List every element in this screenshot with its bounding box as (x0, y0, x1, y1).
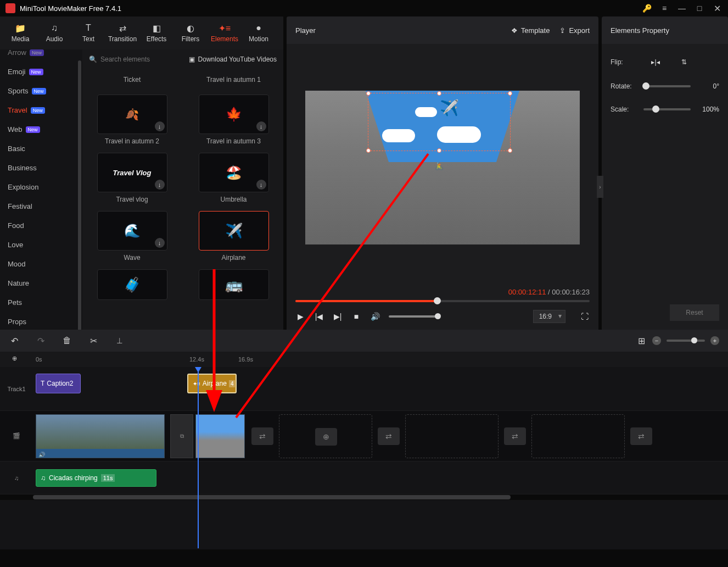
thumb-airplane[interactable]: ✈️ (199, 211, 269, 251)
minimize-button[interactable]: — (676, 3, 687, 14)
timeline-panel: ↶ ↷ 🗑 ✂ ⟂ ⊞ − + ⊕ 0s 12.4s 16.9s Track1 … (0, 330, 728, 549)
video-clip-2[interactable] (195, 414, 245, 458)
tab-effects[interactable]: ◧Effects (139, 18, 173, 48)
zoom-in-button[interactable]: + (710, 336, 719, 345)
download-icon[interactable]: ↓ (256, 180, 266, 190)
tab-motion[interactable]: ●Motion (242, 18, 276, 48)
zoom-out-button[interactable]: − (652, 336, 661, 345)
audio-clip[interactable]: ♫ Cicadas chirping 11s (36, 469, 156, 487)
volume-icon[interactable]: 🔊 (370, 312, 380, 321)
download-icon[interactable]: ↓ (155, 121, 165, 131)
rotate-slider[interactable] (643, 85, 691, 87)
thumb-autumn3[interactable]: 🍁↓ (199, 94, 269, 134)
category-emoji[interactable]: EmojiNew (0, 62, 82, 81)
download-icon[interactable]: ↓ (155, 180, 165, 190)
tab-media[interactable]: 📁Media (3, 18, 37, 48)
download-youtube-button[interactable]: ▣ Download YouTube Videos (189, 55, 277, 63)
app-title: MiniTool MovieMaker Free 7.4.1 (20, 4, 635, 13)
timeline-ruler[interactable]: ⊕ 0s 12.4s 16.9s (0, 352, 728, 367)
scale-value: 100% (696, 105, 719, 113)
category-business[interactable]: Business (0, 158, 82, 177)
delete-button[interactable]: 🗑 (61, 335, 72, 346)
key-icon[interactable]: 🔑 (641, 3, 652, 14)
split-button[interactable]: ✂ (88, 335, 99, 346)
category-props[interactable]: Props (0, 312, 82, 330)
swap-button[interactable]: ⇄ (504, 427, 526, 445)
undo-button[interactable]: ↶ (9, 335, 20, 346)
flip-vertical-button[interactable]: ⇅ (677, 57, 691, 67)
swap-button[interactable]: ⇄ (251, 427, 273, 445)
add-track-button[interactable]: ⊕ (12, 355, 17, 362)
menu-icon[interactable]: ≡ (659, 3, 670, 14)
download-icon[interactable]: ↓ (155, 238, 165, 248)
thumb-luggage[interactable]: 🧳 (97, 269, 167, 300)
tab-text[interactable]: TText (71, 18, 105, 48)
aspect-ratio-select[interactable]: 16:9 (533, 310, 565, 323)
reset-button[interactable]: Reset (670, 304, 719, 321)
video-track-icon: 🎬 (13, 432, 20, 439)
thumb-vlog[interactable]: Travel Vlog↓ (97, 153, 167, 192)
player-panel: Player ❖Template ⇪Export ✈️ 🚴 (287, 16, 598, 330)
tab-elements[interactable]: ✦≡Elements (208, 18, 242, 48)
search-input[interactable]: 🔍 (89, 55, 184, 63)
category-food[interactable]: Food (0, 216, 82, 235)
element-clip[interactable]: ✦≡ Airplane 4 (187, 374, 237, 393)
video-preview[interactable]: ✈️ 🚴 (305, 91, 580, 244)
flip-horizontal-button[interactable]: ▸|◂ (649, 57, 662, 67)
drop-zone[interactable]: ⊕ (279, 414, 372, 458)
category-web[interactable]: WebNew (0, 120, 82, 139)
category-list[interactable]: ArrowNewEmojiNewSportsNewTravelNewWebNew… (0, 49, 82, 330)
play-button[interactable]: ▶ (295, 312, 305, 321)
download-icon[interactable]: ↓ (256, 121, 266, 131)
category-pets[interactable]: Pets (0, 293, 82, 312)
thumb-wave[interactable]: 🌊↓ (97, 211, 167, 251)
transition-clip[interactable]: ⧉ (170, 414, 193, 458)
scale-slider[interactable] (643, 108, 691, 110)
crop-button[interactable]: ⟂ (114, 335, 125, 346)
collapse-properties-button[interactable]: › (597, 176, 603, 198)
stop-button[interactable]: ■ (351, 312, 361, 321)
rotate-label: Rotate: (611, 82, 638, 90)
drop-zone[interactable] (405, 414, 499, 458)
maximize-button[interactable]: □ (694, 3, 705, 14)
library-tabs: 📁Media ♫Audio TText ⇄Transition ◧Effects… (0, 16, 283, 49)
volume-slider[interactable] (389, 315, 438, 318)
category-travel[interactable]: TravelNew (0, 101, 82, 120)
layers-icon: ❖ (511, 26, 518, 35)
tab-filters[interactable]: ◐Filters (173, 18, 208, 48)
playhead[interactable] (198, 367, 199, 548)
thumbnail-grid[interactable]: 🔍 ▣ Download YouTube Videos Ticket Trave… (82, 49, 283, 330)
category-love[interactable]: Love (0, 235, 82, 254)
caption-clip[interactable]: T Caption2 (36, 374, 81, 393)
swap-button[interactable]: ⇄ (630, 427, 652, 445)
thumb-autumn2[interactable]: 🍂↓ (97, 94, 167, 134)
category-mood[interactable]: Mood (0, 254, 82, 274)
thumb-bus[interactable]: 🚌 (199, 269, 269, 300)
category-basic[interactable]: Basic (0, 139, 82, 158)
category-sports[interactable]: SportsNew (0, 81, 82, 101)
category-arrow[interactable]: ArrowNew (0, 49, 82, 62)
category-nature[interactable]: Nature (0, 274, 82, 293)
close-button[interactable]: ✕ (712, 3, 723, 14)
swap-button[interactable]: ⇄ (378, 427, 400, 445)
thumb-umbrella[interactable]: 🏖️↓ (199, 153, 269, 192)
category-explosion[interactable]: Explosion (0, 177, 82, 197)
next-button[interactable]: ▶| (333, 312, 343, 321)
drop-zone[interactable] (531, 414, 625, 458)
redo-button[interactable]: ↷ (35, 335, 46, 346)
elements-icon: ✦≡ (220, 23, 229, 33)
horizontal-scrollbar[interactable] (0, 494, 728, 500)
export-button[interactable]: ⇪Export (559, 26, 590, 35)
scrollbar[interactable] (78, 60, 81, 330)
video-clip-1[interactable]: 🔊 (36, 414, 165, 458)
tab-audio[interactable]: ♫Audio (37, 18, 71, 48)
template-button[interactable]: ❖Template (511, 26, 550, 35)
tab-transition[interactable]: ⇄Transition (105, 18, 139, 48)
fullscreen-button[interactable]: ⛶ (580, 312, 590, 321)
category-festival[interactable]: Festival (0, 197, 82, 216)
prev-button[interactable]: |◀ (314, 312, 324, 321)
playback-track[interactable]: 00:00:12:11 / 00:00:16:23 (295, 300, 590, 302)
current-time: 00:00:12:11 (508, 288, 546, 296)
fit-button[interactable]: ⊞ (636, 335, 647, 346)
zoom-slider[interactable] (667, 340, 705, 342)
